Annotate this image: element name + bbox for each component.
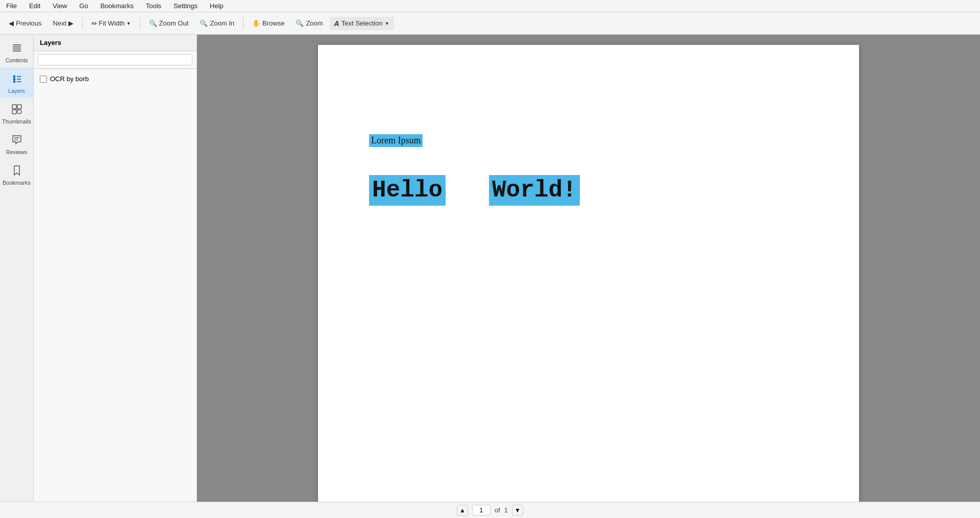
text-selection-label: Text Selection [341, 19, 383, 27]
layers-panel: Layers OCR by borb [34, 35, 197, 502]
sidebar-item-reviews[interactable]: Reviews [0, 129, 33, 159]
main-area: Contents Layers [0, 35, 980, 502]
sidebar-item-bookmarks[interactable]: Bookmarks [0, 159, 33, 190]
separator-2 [140, 17, 140, 30]
lorem-ipsum-text[interactable]: Lorem Ipsum [369, 134, 423, 147]
sidebar-item-layers-label: Layers [8, 88, 25, 94]
layers-search-area [34, 51, 197, 69]
svg-point-6 [13, 79, 15, 80]
hello-text[interactable]: Hello [369, 175, 446, 206]
next-arrow-icon: ▶ [68, 19, 74, 27]
layers-icon [10, 71, 24, 86]
menu-tools[interactable]: Tools [144, 1, 163, 11]
bookmarks-icon [10, 163, 24, 178]
reviews-icon [10, 133, 24, 147]
pdf-page: Lorem Ipsum Hello World! [318, 45, 859, 502]
fit-width-icon: ⇔ [91, 19, 97, 27]
next-button[interactable]: Next ▶ [48, 17, 79, 30]
menu-edit[interactable]: Edit [27, 1, 42, 11]
zoom-out-button[interactable]: 🔍 Zoom Out [144, 17, 193, 30]
zoom-in-label: Zoom In [210, 19, 234, 27]
sidebar-item-thumbnails-label: Thumbnails [2, 118, 31, 125]
layers-content: OCR by borb [34, 69, 197, 502]
page-down-button[interactable]: ▼ [512, 505, 523, 516]
svg-rect-10 [12, 105, 16, 109]
svg-rect-12 [12, 110, 16, 114]
separator-3 [243, 17, 243, 30]
previous-arrow-icon: ◀ [9, 19, 14, 27]
sidebar-item-layers[interactable]: Layers [0, 67, 33, 98]
sidebar-item-contents[interactable]: Contents [0, 37, 33, 67]
menu-bookmarks[interactable]: Bookmarks [99, 1, 136, 11]
menu-settings[interactable]: Settings [172, 1, 200, 11]
page-number-input[interactable] [472, 505, 491, 515]
next-label: Next [53, 19, 67, 27]
svg-point-4 [13, 76, 15, 78]
menu-go[interactable]: Go [77, 1, 90, 11]
zoom-in-icon: 🔍 [200, 19, 208, 27]
menubar: File Edit View Go Bookmarks Tools Settin… [0, 0, 980, 12]
menu-view[interactable]: View [51, 1, 69, 11]
fit-width-label: Fit Width [99, 19, 125, 27]
sidebar-icons: Contents Layers [0, 35, 34, 502]
zoom-button[interactable]: 🔍 Zoom [291, 17, 327, 30]
list-item[interactable]: OCR by borb [36, 73, 194, 85]
sidebar-item-contents-label: Contents [5, 57, 28, 63]
layers-panel-title: Layers [40, 39, 61, 46]
document-area[interactable]: Lorem Ipsum Hello World! [197, 35, 980, 502]
separator-1 [82, 17, 83, 30]
world-text[interactable]: World! [489, 175, 580, 206]
previous-button[interactable]: ◀ Previous [4, 17, 46, 30]
browse-button[interactable]: ✋ Browse [248, 17, 289, 30]
layer-label-ocr: OCR by borb [50, 75, 89, 83]
svg-rect-11 [17, 105, 21, 109]
page-up-button[interactable]: ▲ [457, 505, 468, 516]
zoom-label: Zoom [306, 19, 323, 27]
menu-help[interactable]: Help [208, 1, 226, 11]
browse-label: Browse [262, 19, 284, 27]
page-of-label: of [495, 506, 500, 514]
svg-point-8 [13, 81, 15, 83]
toolbar: ◀ Previous Next ▶ ⇔ Fit Width ▼ 🔍 Zoom O… [0, 12, 980, 35]
page-total-label: 1 [504, 506, 508, 514]
thumbnails-icon [10, 102, 24, 116]
zoom-out-icon: 🔍 [149, 19, 157, 27]
text-selection-icon: A [334, 19, 339, 28]
sidebar-item-reviews-label: Reviews [6, 149, 28, 155]
layers-search-input[interactable] [38, 54, 192, 65]
zoom-out-label: Zoom Out [159, 19, 189, 27]
layers-panel-header: Layers [34, 35, 197, 51]
zoom-icon: 🔍 [296, 19, 304, 27]
fit-width-button[interactable]: ⇔ Fit Width ▼ [87, 17, 135, 30]
sidebar-item-bookmarks-label: Bookmarks [3, 180, 31, 186]
menu-file[interactable]: File [4, 1, 19, 11]
previous-label: Previous [16, 19, 42, 27]
zoom-in-button[interactable]: 🔍 Zoom In [195, 17, 239, 30]
svg-line-14 [17, 109, 18, 111]
text-selection-dropdown-arrow: ▼ [385, 21, 389, 26]
fit-width-dropdown-arrow: ▼ [127, 21, 131, 26]
browse-icon: ✋ [252, 19, 260, 27]
sidebar-item-thumbnails[interactable]: Thumbnails [0, 98, 33, 129]
contents-icon [10, 41, 24, 55]
bottom-bar: ▲ of 1 ▼ [0, 502, 980, 518]
layer-checkbox-ocr[interactable] [40, 76, 47, 83]
text-selection-button[interactable]: A Text Selection ▼ [330, 17, 394, 30]
